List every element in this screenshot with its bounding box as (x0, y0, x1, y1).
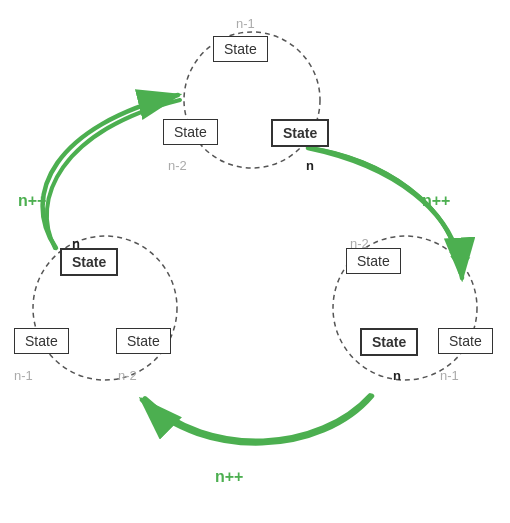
label-top-n2: n-2 (168, 158, 187, 173)
label-right-n1: n-1 (440, 368, 459, 383)
state-box-right-n2: State (346, 248, 401, 274)
state-box-left-n2: State (116, 328, 171, 354)
label-top-n: n (306, 158, 314, 173)
arrow-label-left: n++ (18, 192, 46, 210)
arrow-label-right: n++ (422, 192, 450, 210)
state-box-top-n1: State (213, 36, 268, 62)
svg-marker-3 (448, 254, 470, 271)
state-box-top-n: State (271, 119, 329, 147)
state-box-right-n1: State (438, 328, 493, 354)
label-left-n: n (72, 236, 80, 251)
label-left-n1: n-1 (14, 368, 33, 383)
state-box-left-n1: State (14, 328, 69, 354)
label-top-n1: n-1 (236, 16, 255, 31)
label-right-n: n (393, 368, 401, 383)
state-box-left-n: State (60, 248, 118, 276)
label-left-n2: n-2 (118, 368, 137, 383)
state-machine-diagram: State n-1 State n-2 State n State n-2 St… (0, 0, 510, 523)
state-box-right-n: State (360, 328, 418, 356)
label-right-n2: n-2 (350, 236, 369, 251)
state-box-top-n2: State (163, 119, 218, 145)
arrow-label-bottom: n++ (215, 468, 243, 486)
